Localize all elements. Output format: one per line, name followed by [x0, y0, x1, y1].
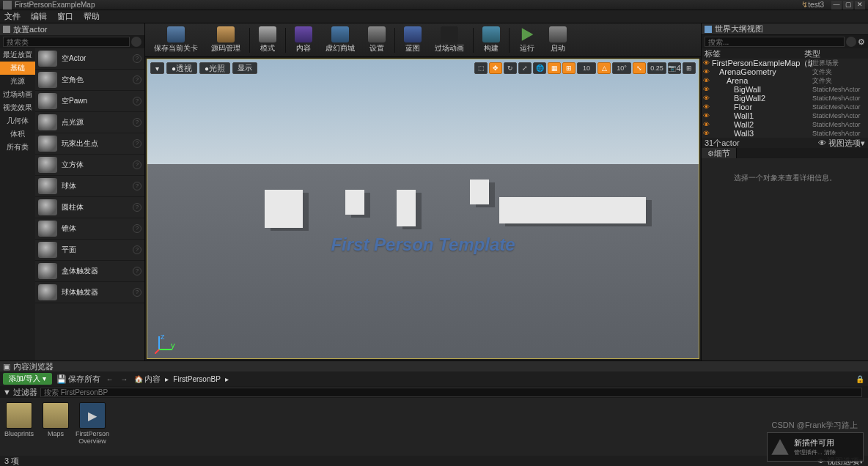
place-item[interactable]: 盒体触发器?: [35, 261, 144, 282]
help-icon[interactable]: ?: [133, 75, 141, 84]
help-icon[interactable]: ?: [133, 160, 141, 169]
category-7[interactable]: 所有类: [0, 141, 35, 154]
breadcrumb-folder[interactable]: FirstPersonBP: [173, 375, 220, 383]
place-item[interactable]: 玩家出生点?: [35, 133, 144, 155]
settings-button[interactable]: 设置: [362, 25, 391, 56]
plugin-toast[interactable]: 新插件可用 管理插件... 清除: [767, 432, 864, 462]
visibility-icon[interactable]: 👁: [703, 103, 712, 111]
help-icon[interactable]: ?: [133, 118, 141, 127]
help-icon[interactable]: ?: [133, 224, 141, 233]
menu-edit[interactable]: 编辑: [31, 11, 47, 22]
tree-row[interactable]: 👁ArenaGeometry文件夹: [702, 67, 868, 76]
tree-row[interactable]: 👁Arena文件夹: [702, 76, 868, 85]
tree-row[interactable]: 👁FloorStaticMeshActor: [702, 103, 868, 111]
viewport-maximize[interactable]: ⊞: [683, 62, 696, 74]
surface-snap[interactable]: ▦: [548, 62, 561, 74]
category-2[interactable]: 光源: [0, 75, 35, 88]
asset-item[interactable]: FirstPersonOverview: [78, 402, 107, 451]
outliner-options-icon[interactable]: ⚙: [858, 37, 865, 47]
help-icon[interactable]: ?: [133, 245, 141, 254]
category-6[interactable]: 体积: [0, 127, 35, 141]
angle-snap[interactable]: △: [597, 62, 611, 74]
show-button[interactable]: 显示: [232, 62, 257, 74]
toast-sub[interactable]: 管理插件... 清除: [794, 448, 836, 456]
place-item[interactable]: 点光源?: [35, 112, 144, 133]
play-button[interactable]: 运行: [512, 25, 542, 56]
visibility-icon[interactable]: 👁: [703, 121, 712, 128]
help-icon[interactable]: ?: [133, 139, 141, 148]
category-5[interactable]: 几何体: [0, 114, 35, 127]
asset-item[interactable]: Maps: [41, 402, 70, 451]
add-import-button[interactable]: 添加/导入 ▾: [3, 373, 52, 385]
coord-space[interactable]: 🌐: [533, 62, 546, 74]
place-item[interactable]: 空Actor?: [35, 48, 144, 70]
place-item[interactable]: 立方体?: [35, 155, 144, 176]
content-search-input[interactable]: [40, 388, 862, 397]
minimize-button[interactable]: —: [831, 1, 842, 10]
visibility-icon[interactable]: 👁: [703, 130, 712, 137]
menu-file[interactable]: 文件: [4, 11, 21, 22]
close-button[interactable]: ✕: [855, 1, 865, 10]
search-icon[interactable]: [846, 37, 856, 47]
place-item[interactable]: 圆柱体?: [35, 197, 144, 218]
place-item[interactable]: 空角色?: [35, 70, 144, 91]
lock-icon[interactable]: 🔒: [855, 374, 865, 384]
place-item[interactable]: 球体触发器?: [35, 282, 144, 303]
place-item[interactable]: 空Pawn?: [35, 91, 144, 112]
category-4[interactable]: 视觉效果: [0, 101, 35, 114]
nav-back-button[interactable]: ←: [105, 374, 115, 384]
place-item[interactable]: 平面?: [35, 240, 144, 261]
view-options-button[interactable]: 👁 视图选项▾: [818, 138, 865, 149]
breadcrumb-root[interactable]: 🏠 内容: [134, 374, 161, 385]
tree-row[interactable]: 👁Wall1StaticMeshActor: [702, 111, 868, 120]
blueprints-button[interactable]: 蓝图: [398, 25, 427, 56]
grid-snap[interactable]: ⊞: [562, 62, 575, 74]
lit-mode-button[interactable]: ● 光照: [199, 62, 230, 74]
category-0[interactable]: 最近放置: [0, 48, 35, 62]
asset-item[interactable]: Blueprints: [4, 402, 34, 451]
visibility-icon[interactable]: 👁: [703, 68, 712, 75]
filter-button[interactable]: ▼ 过滤器: [3, 387, 37, 398]
modes-button[interactable]: 模式: [253, 25, 282, 56]
category-3[interactable]: 过场动画: [0, 88, 35, 101]
col-type[interactable]: 类型: [804, 48, 820, 59]
viewport[interactable]: ▾ ● 透视 ● 光照 显示 ⬚ ✥ ↻ ⤢ 🌐 ▦ ⊞ 10 △ 10° ⤡ …: [147, 59, 699, 359]
menu-help[interactable]: 帮助: [84, 11, 100, 22]
transform-scale[interactable]: ⤢: [518, 62, 532, 74]
visibility-icon[interactable]: 👁: [703, 95, 712, 102]
tree-row[interactable]: 👁BigWallStaticMeshActor: [702, 85, 868, 94]
launch-button[interactable]: 启动: [543, 25, 573, 56]
scale-snap[interactable]: ⤡: [633, 62, 646, 74]
tree-row[interactable]: 👁Wall3StaticMeshActor: [702, 129, 868, 138]
perspective-button[interactable]: ● 透视: [166, 62, 197, 74]
save-all-button[interactable]: 💾保存所有: [56, 374, 100, 385]
category-1[interactable]: 基础: [0, 62, 35, 75]
help-icon[interactable]: ?: [133, 97, 141, 106]
col-label[interactable]: 标签: [702, 48, 804, 59]
source-control-button[interactable]: 源码管理: [205, 25, 246, 56]
viewport-options-button[interactable]: ▾: [150, 62, 164, 74]
visibility-icon[interactable]: 👁: [703, 59, 712, 67]
tree-row[interactable]: 👁BigWall2StaticMeshActor: [702, 94, 868, 103]
help-icon[interactable]: ?: [133, 288, 141, 297]
outliner-search-input[interactable]: [705, 37, 845, 47]
content-button[interactable]: 内容: [289, 25, 318, 56]
build-button[interactable]: 构建: [477, 25, 506, 56]
visibility-icon[interactable]: 👁: [703, 77, 712, 84]
tree-row[interactable]: 👁FirstPersonExampleMap（编辑器）世界场景: [702, 59, 868, 67]
cinematics-button[interactable]: 过场动画: [429, 25, 470, 56]
transform-move[interactable]: ✥: [489, 62, 502, 74]
tree-row[interactable]: 👁Wall2StaticMeshActor: [702, 120, 868, 129]
search-icon[interactable]: [131, 37, 141, 47]
help-icon[interactable]: ?: [133, 182, 141, 191]
camera-speed[interactable]: 📷 4: [668, 62, 681, 74]
search-classes-input[interactable]: [3, 37, 130, 47]
grid-value[interactable]: 10: [577, 62, 596, 74]
transform-select[interactable]: ⬚: [474, 62, 488, 74]
outliner-tree[interactable]: 👁FirstPersonExampleMap（编辑器）世界场景👁ArenaGeo…: [702, 59, 868, 138]
marketplace-button[interactable]: 虚幻商城: [320, 25, 361, 56]
angle-value[interactable]: 10°: [612, 62, 631, 74]
visibility-icon[interactable]: 👁: [703, 86, 712, 93]
help-icon[interactable]: ?: [133, 54, 141, 63]
transform-rotate[interactable]: ↻: [504, 62, 517, 74]
